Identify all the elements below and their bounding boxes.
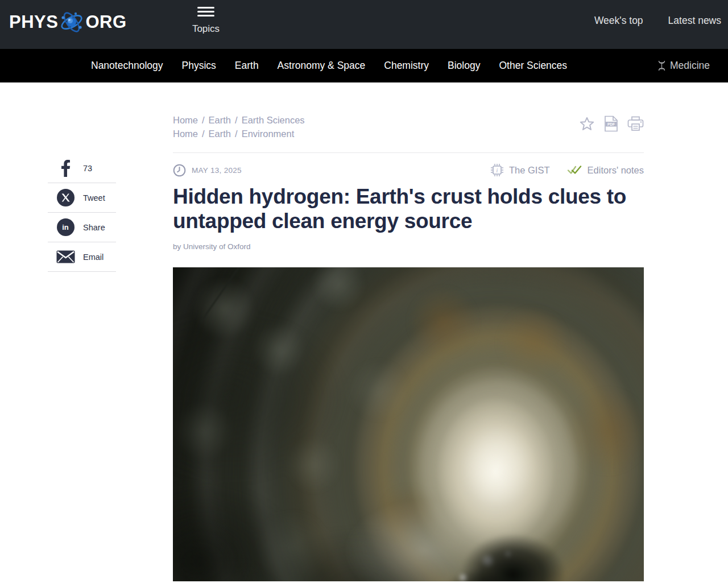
dna-icon <box>657 60 666 71</box>
nav-item-physics[interactable]: Physics <box>181 60 216 72</box>
share-rail: 73 Tweet in Share <box>48 154 116 272</box>
nav-item-earth[interactable]: Earth <box>235 60 259 72</box>
nav-item-chemistry[interactable]: Chemistry <box>384 60 429 72</box>
logo-org-text: ORG <box>85 12 126 32</box>
facebook-icon <box>48 159 83 177</box>
nav-medicine-label: Medicine <box>670 60 710 72</box>
svg-text:i: i <box>497 167 498 173</box>
borehole-vignette <box>173 267 644 581</box>
nav-item-nanotechnology[interactable]: Nanotechnology <box>91 60 163 72</box>
linkedin-share-button[interactable]: in Share <box>48 213 116 242</box>
email-label: Email <box>83 253 104 262</box>
breadcrumb-home-2[interactable]: Home <box>173 129 198 139</box>
topics-label: Topics <box>185 23 226 35</box>
site-header: PHYS ORG Topics Week's top Latest news <box>0 0 728 49</box>
the-gist-label: The GIST <box>509 165 550 176</box>
breadcrumb-row-1: Home/Earth/Earth Sciences <box>173 113 305 127</box>
editors-notes-button[interactable]: Editors' notes <box>567 165 644 176</box>
breadcrumb-environment[interactable]: Environment <box>242 129 295 139</box>
hamburger-icon <box>197 5 214 19</box>
logo-phys-text: PHYS <box>9 12 58 32</box>
clock-icon <box>173 164 186 177</box>
breadcrumb-earth[interactable]: Earth <box>209 115 231 125</box>
favorite-star-icon[interactable] <box>579 116 595 132</box>
nav-item-medicine[interactable]: Medicine <box>657 60 710 72</box>
header-links: Week's top Latest news <box>594 0 721 41</box>
x-twitter-icon <box>48 189 83 206</box>
breadcrumb-row-2: Home/Earth/Environment <box>173 127 305 140</box>
breadcrumbs: Home/Earth/Earth Sciences Home/Earth/Env… <box>173 113 305 140</box>
nav-item-other-sciences[interactable]: Other Sciences <box>499 60 567 72</box>
facebook-share-button[interactable]: 73 <box>48 154 116 183</box>
topics-menu-button[interactable]: Topics <box>185 5 226 35</box>
email-button[interactable]: Email <box>48 242 116 272</box>
svg-text:PDF: PDF <box>607 122 615 126</box>
facebook-count: 73 <box>83 164 92 173</box>
page-content: 73 Tweet in Share <box>0 82 728 581</box>
breadcrumb-home[interactable]: Home <box>173 115 198 125</box>
site-logo[interactable]: PHYS ORG <box>9 10 127 34</box>
article: Home/Earth/Earth Sciences Home/Earth/Env… <box>173 82 644 581</box>
linkedin-icon: in <box>48 218 83 236</box>
category-navbar: Nanotechnology Physics Earth Astronomy &… <box>0 49 728 82</box>
article-image-borehole <box>173 267 644 581</box>
breadcrumb-earth-2[interactable]: Earth <box>209 129 231 139</box>
tweet-label: Tweet <box>83 193 105 202</box>
article-actions: PDF <box>579 113 644 132</box>
article-meta: MAY 13, 2025 i <box>173 163 644 177</box>
tweet-button[interactable]: Tweet <box>48 183 116 213</box>
weeks-top-link[interactable]: Week's top <box>594 15 643 27</box>
article-byline: by University of Oxford <box>173 242 644 251</box>
double-check-icon <box>567 165 582 175</box>
chip-icon: i <box>490 163 504 177</box>
email-icon <box>48 250 83 263</box>
latest-news-link[interactable]: Latest news <box>668 15 721 27</box>
nav-item-biology[interactable]: Biology <box>448 60 480 72</box>
editors-notes-label: Editors' notes <box>588 165 644 176</box>
nav-item-astronomy-space[interactable]: Astronomy & Space <box>278 60 366 72</box>
article-date: MAY 13, 2025 <box>192 166 242 175</box>
breadcrumb-earth-sciences[interactable]: Earth Sciences <box>242 115 305 125</box>
atom-icon <box>59 10 84 34</box>
pdf-download-icon[interactable]: PDF <box>604 115 618 132</box>
divider <box>173 152 644 153</box>
print-icon[interactable] <box>627 116 644 131</box>
linkedin-share-label: Share <box>83 223 105 232</box>
the-gist-button[interactable]: i The GIST <box>490 163 550 177</box>
article-title: Hidden hydrogen: Earth's crust holds clu… <box>173 184 644 233</box>
